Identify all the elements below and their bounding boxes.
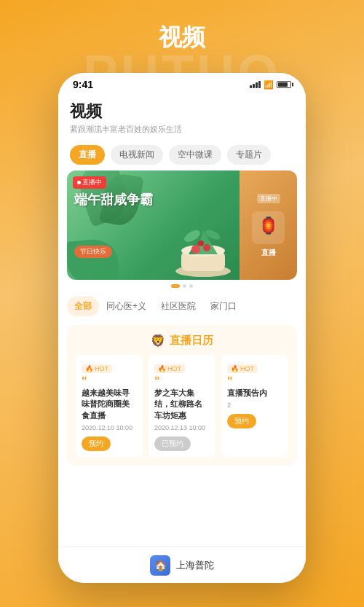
dot-3 — [189, 284, 193, 288]
card-title-1: 越来越美味寻味普陀商圈美食直播 — [82, 388, 137, 421]
hot-label-1: HOT — [95, 365, 108, 372]
banner-title: 端午甜咸争霸 — [74, 192, 153, 208]
banner-title-text: 端午甜咸争霸 — [74, 192, 153, 208]
battery-icon — [277, 81, 291, 88]
cat-medical[interactable]: 同心医+义 — [99, 297, 154, 316]
category-tabs: 全部 同心医+义 社区医院 家门口 — [58, 292, 306, 321]
banner-side: 直播中 🏮 直播 — [240, 171, 297, 280]
phone-frame: 9:41 📶 视频 紧跟潮流丰富老百姓的娱乐生活 直播 电视新闻 空中微课 — [58, 73, 306, 583]
banner-area[interactable]: 直播中 端午甜咸争霸 节日快乐 — [67, 171, 297, 280]
food-decoration — [170, 222, 236, 280]
wifi-icon: 📶 — [264, 80, 274, 90]
live-label: 直播中 — [82, 178, 102, 187]
logo-icon: 🏠 — [154, 560, 167, 571]
schedule-icon: 🦁 — [151, 334, 165, 348]
tab-tv-news[interactable]: 电视新闻 — [111, 145, 163, 165]
banner-subtitle: 节日快乐 — [74, 246, 112, 258]
reserve-btn-3[interactable]: 预约 — [227, 414, 256, 428]
svg-point-7 — [198, 240, 204, 246]
cat-hospital[interactable]: 社区医院 — [154, 297, 203, 316]
live-badge: 直播中 — [73, 176, 106, 189]
hot-badge-1: 🔥 HOT — [82, 364, 112, 373]
hot-label-2: HOT — [167, 365, 181, 372]
dot-1 — [171, 284, 180, 288]
live-dot — [77, 181, 81, 184]
svg-point-5 — [191, 245, 200, 254]
cat-all[interactable]: 全部 — [67, 297, 99, 316]
reserve-btn-1[interactable]: 预约 — [82, 436, 111, 451]
app-name: 上海普陀 — [176, 559, 214, 572]
app-subtitle: 紧跟潮流丰富老百姓的娱乐生活 — [70, 124, 294, 135]
side-live-badge: 直播中 — [257, 194, 280, 203]
tab-live[interactable]: 直播 — [70, 145, 105, 165]
status-icons: 📶 — [250, 80, 291, 90]
tab-micro-course[interactable]: 空中微课 — [169, 145, 221, 165]
hot-badge-2: 🔥 HOT — [154, 364, 185, 373]
card-title-2: 梦之车大集结，红柳路名车坊矩惠 — [154, 388, 210, 421]
app-logo: 🏠 — [150, 555, 170, 576]
banner-main[interactable]: 直播中 端午甜咸争霸 节日快乐 — [67, 171, 240, 280]
hot-badge-3: 🔥 HOT — [227, 364, 258, 373]
card-title-3: 直播预告内 — [227, 388, 282, 399]
bottom-bar: 🏠 上海普陀 — [58, 547, 306, 583]
tab-bar: 直播 电视新闻 空中微课 专题片 — [58, 139, 306, 171]
schedule-section: 🦁 直播日历 🔥 HOT " 越来越美味寻味普陀商圈美食直播 2020.12.1… — [67, 325, 297, 466]
schedule-title: 直播日历 — [170, 334, 213, 348]
side-text: 直播 — [261, 248, 276, 257]
quote-2: " — [154, 376, 210, 388]
dot-2 — [183, 284, 186, 288]
app-header: 视频 紧跟潮流丰富老百姓的娱乐生活 — [58, 93, 306, 139]
schedule-card-3: 🔥 HOT " 直播预告内 2 预约 — [221, 355, 288, 457]
status-bar: 9:41 📶 — [58, 73, 306, 93]
svg-text:🏮: 🏮 — [258, 216, 279, 235]
schedule-header: 🦁 直播日历 — [76, 334, 288, 348]
tab-special[interactable]: 专题片 — [227, 145, 271, 165]
card-date-3: 2 — [227, 402, 282, 409]
schedule-card-1: 🔥 HOT " 越来越美味寻味普陀商圈美食直播 2020.12.10 10:00… — [76, 355, 143, 457]
side-decoration: 🏮 — [248, 208, 288, 248]
card-date-1: 2020.12.10 10:00 — [82, 424, 137, 431]
schedule-card-2: 🔥 HOT " 梦之车大集结，红柳路名车坊矩惠 2020.12.13 10:00… — [149, 355, 215, 457]
status-time: 9:41 — [73, 79, 93, 90]
reserve-btn-2[interactable]: 已预约 — [154, 436, 191, 451]
app-content: 视频 紧跟潮流丰富老百姓的娱乐生活 直播 电视新闻 空中微课 专题片 直播中 — [58, 93, 306, 581]
hot-label-3: HOT — [240, 365, 254, 372]
quote-1: " — [82, 376, 137, 388]
quote-3: " — [227, 376, 282, 388]
leaf-decoration-3 — [67, 238, 119, 280]
card-date-2: 2020.12.13 10:00 — [154, 424, 210, 431]
app-title: 视频 — [70, 101, 294, 122]
signal-icon — [250, 81, 261, 88]
cat-home[interactable]: 家门口 — [203, 297, 244, 316]
banner-dots — [58, 284, 306, 288]
page-title: 视频 — [0, 0, 364, 61]
svg-point-6 — [203, 244, 210, 251]
schedule-grid: 🔥 HOT " 越来越美味寻味普陀商圈美食直播 2020.12.10 10:00… — [76, 355, 288, 457]
